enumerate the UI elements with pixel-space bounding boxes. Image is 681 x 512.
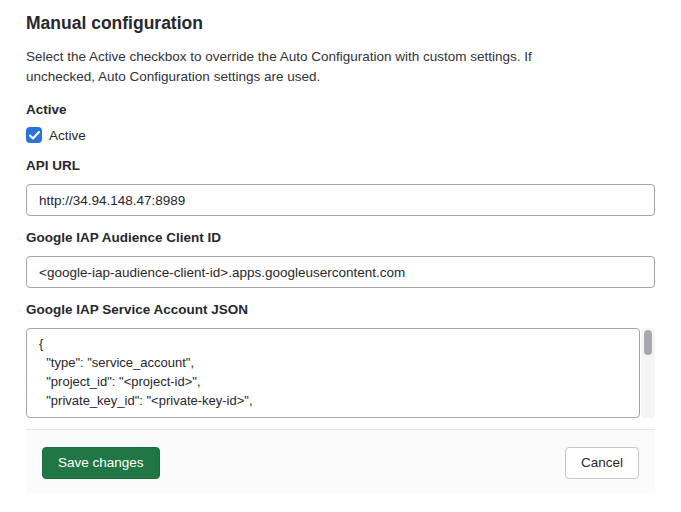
active-field-label: Active bbox=[26, 102, 655, 118]
active-checkbox-row: Active bbox=[26, 126, 655, 144]
save-changes-button[interactable]: Save changes bbox=[42, 447, 160, 479]
audience-client-id-input[interactable] bbox=[26, 256, 655, 288]
form-actions-footer: Save changes Cancel bbox=[26, 429, 655, 493]
scrollbar-thumb[interactable] bbox=[644, 330, 652, 355]
manual-configuration-form: Manual configuration Select the Active c… bbox=[0, 0, 681, 512]
api-url-label: API URL bbox=[26, 158, 655, 174]
textarea-scrollbar-track[interactable] bbox=[641, 328, 655, 418]
service-account-json-label: Google IAP Service Account JSON bbox=[26, 302, 655, 318]
audience-client-id-label: Google IAP Audience Client ID bbox=[26, 230, 655, 246]
form-description: Select the Active checkbox to override t… bbox=[26, 47, 574, 87]
api-url-input[interactable] bbox=[26, 184, 655, 216]
cancel-button[interactable]: Cancel bbox=[565, 447, 639, 479]
service-account-json-textarea[interactable]: { "type": "service_account", "project_id… bbox=[26, 328, 640, 418]
checkmark-icon bbox=[29, 131, 40, 140]
active-checkbox-label[interactable]: Active bbox=[49, 128, 86, 143]
service-account-json-wrap: { "type": "service_account", "project_id… bbox=[26, 328, 655, 418]
active-checkbox[interactable] bbox=[26, 127, 42, 143]
page-title: Manual configuration bbox=[26, 12, 655, 34]
